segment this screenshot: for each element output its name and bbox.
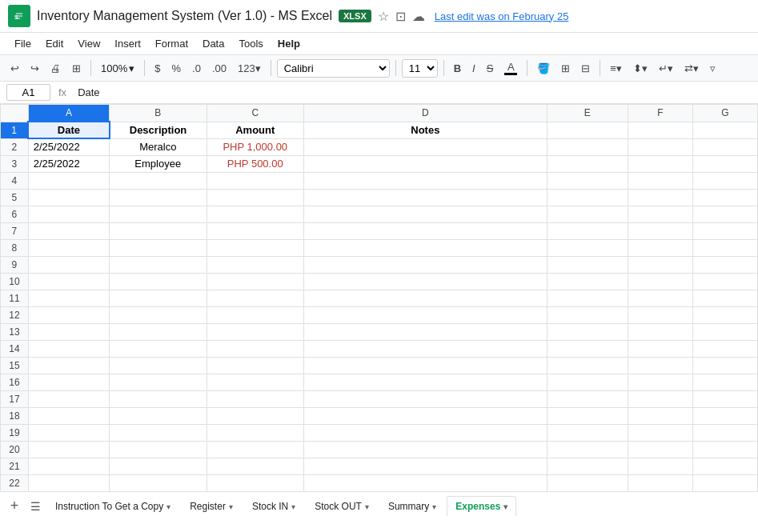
cell[interactable] — [628, 357, 692, 374]
percent-button[interactable]: % — [167, 60, 185, 77]
cell[interactable] — [547, 340, 628, 357]
row-num-8[interactable]: 8 — [1, 239, 29, 256]
paint-format-button[interactable]: ⊞ — [68, 60, 85, 77]
row-num-21[interactable]: 21 — [1, 458, 29, 474]
cell[interactable]: Notes — [303, 122, 547, 138]
cell[interactable] — [110, 256, 207, 273]
cell[interactable] — [303, 155, 547, 172]
cell[interactable] — [28, 458, 109, 474]
cell[interactable] — [628, 441, 692, 458]
cell[interactable] — [207, 256, 303, 273]
cell[interactable] — [692, 458, 757, 474]
cell[interactable] — [628, 340, 692, 357]
undo-button[interactable]: ↩ — [6, 60, 23, 77]
cell[interactable] — [28, 441, 109, 458]
cell[interactable] — [692, 474, 757, 491]
row-num-22[interactable]: 22 — [1, 474, 29, 491]
row-num-12[interactable]: 12 — [1, 306, 29, 323]
cell[interactable] — [110, 290, 207, 306]
cell[interactable] — [303, 239, 547, 256]
cell[interactable] — [547, 374, 628, 390]
cell[interactable] — [628, 458, 692, 474]
cell[interactable]: 2/25/2022 — [28, 138, 109, 155]
row-num-10[interactable]: 10 — [1, 273, 29, 290]
tab-expenses[interactable]: Expenses ▾ — [447, 496, 516, 516]
cell[interactable] — [692, 273, 757, 290]
tab-register[interactable]: Register ▾ — [181, 496, 242, 516]
cell[interactable] — [207, 172, 303, 189]
row-num-9[interactable]: 9 — [1, 256, 29, 273]
cell[interactable] — [207, 474, 303, 491]
cell[interactable] — [28, 239, 109, 256]
cell[interactable] — [692, 441, 757, 458]
row-num-2[interactable]: 2 — [1, 138, 29, 155]
cell[interactable] — [207, 357, 303, 374]
cell[interactable] — [207, 273, 303, 290]
cell[interactable] — [692, 239, 757, 256]
cell[interactable] — [303, 172, 547, 189]
cell[interactable] — [28, 172, 109, 189]
cell[interactable] — [547, 138, 628, 155]
cell[interactable] — [28, 206, 109, 222]
cell[interactable] — [303, 390, 547, 407]
cell[interactable] — [692, 306, 757, 323]
valign-button[interactable]: ⬍▾ — [629, 60, 652, 77]
cell[interactable]: PHP 500.00 — [207, 155, 303, 172]
cell[interactable] — [28, 357, 109, 374]
cell[interactable] — [110, 239, 207, 256]
cell[interactable] — [692, 390, 757, 407]
currency-button[interactable]: $ — [150, 60, 164, 77]
sheet-menu-button[interactable]: ☰ — [26, 497, 45, 516]
border-button[interactable]: ⊞ — [557, 60, 574, 77]
cell[interactable] — [207, 441, 303, 458]
cell[interactable] — [547, 441, 628, 458]
tab-summary[interactable]: Summary ▾ — [379, 496, 445, 516]
cell[interactable] — [547, 474, 628, 491]
cell[interactable] — [547, 458, 628, 474]
col-header-g[interactable]: G — [692, 105, 757, 122]
menu-data[interactable]: Data — [196, 34, 231, 53]
menu-file[interactable]: File — [8, 34, 38, 53]
cell[interactable] — [110, 424, 207, 441]
col-header-a[interactable]: A — [28, 105, 109, 122]
cell[interactable] — [303, 441, 547, 458]
cell[interactable] — [207, 407, 303, 424]
cell[interactable] — [303, 474, 547, 491]
cell[interactable] — [303, 256, 547, 273]
cell[interactable] — [628, 122, 692, 138]
menu-format[interactable]: Format — [149, 34, 195, 53]
cell[interactable] — [28, 323, 109, 340]
cell[interactable] — [628, 256, 692, 273]
cell[interactable] — [692, 222, 757, 239]
cell[interactable] — [547, 306, 628, 323]
col-header-b[interactable]: B — [110, 105, 207, 122]
add-sheet-button[interactable]: + — [5, 497, 24, 516]
cell[interactable] — [207, 424, 303, 441]
italic-button[interactable]: I — [468, 60, 479, 77]
cell[interactable] — [303, 273, 547, 290]
cell[interactable] — [692, 290, 757, 306]
cell[interactable] — [547, 323, 628, 340]
cell[interactable] — [547, 357, 628, 374]
cell[interactable] — [547, 273, 628, 290]
cell[interactable] — [110, 189, 207, 206]
cell[interactable] — [207, 290, 303, 306]
more-button[interactable]: ▿ — [706, 60, 720, 77]
cell[interactable] — [692, 206, 757, 222]
cell[interactable] — [692, 155, 757, 172]
cell[interactable] — [28, 222, 109, 239]
merge-button[interactable]: ⊟ — [577, 60, 594, 77]
cell[interactable] — [628, 474, 692, 491]
cell[interactable] — [547, 189, 628, 206]
cell[interactable] — [628, 306, 692, 323]
cell[interactable] — [692, 340, 757, 357]
cell[interactable] — [207, 374, 303, 390]
row-num-17[interactable]: 17 — [1, 390, 29, 407]
row-num-3[interactable]: 3 — [1, 155, 29, 172]
col-header-f[interactable]: F — [628, 105, 692, 122]
cell[interactable] — [547, 290, 628, 306]
row-num-16[interactable]: 16 — [1, 374, 29, 390]
cell[interactable] — [28, 189, 109, 206]
row-num-15[interactable]: 15 — [1, 357, 29, 374]
menu-edit[interactable]: Edit — [39, 34, 70, 53]
